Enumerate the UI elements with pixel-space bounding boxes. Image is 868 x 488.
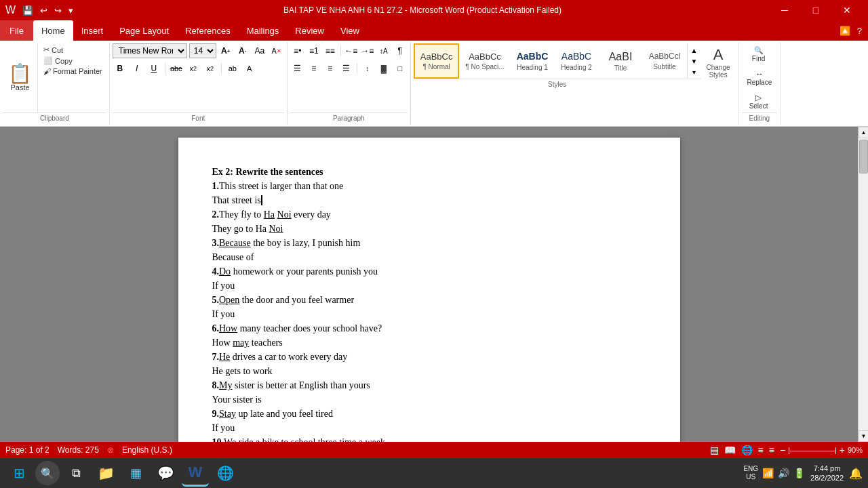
tab-home[interactable]: Home [33,20,73,41]
border-btn[interactable]: □ [393,61,408,76]
change-case-btn[interactable]: Aa [252,43,267,58]
paragraph-group: ≡• ≡1 ≡≡ ←≡ →≡ ↕A ¶ ☰ ≡ ≡ ☰ ↕ ▓ □ Paragr… [288,42,411,125]
line-spacing-btn[interactable]: ↕ [360,61,375,76]
ribbon-minimize-btn[interactable]: 🔼 [837,24,852,38]
increase-indent-btn[interactable]: →≡ [360,43,375,58]
taskview-button[interactable]: ⧉ [62,460,90,487]
sort-btn[interactable]: ↕A [376,43,391,58]
format-painter-icon: 🖌 [43,67,51,75]
full-reading-btn[interactable]: 📖 [724,445,736,455]
save-quick-btn[interactable]: 💾 [20,4,36,17]
restore-button[interactable]: □ [800,0,831,20]
chrome-button[interactable]: 🌐 [212,460,239,487]
outline-btn[interactable]: ≡ [758,445,764,455]
line-5b: If you [212,307,646,321]
line-4b: If you [212,279,646,293]
zoom-in-btn[interactable]: + [840,445,845,455]
style-heading2-btn[interactable]: AaBbC Heading 2 [555,43,599,79]
format-painter-button[interactable]: 🖌 Format Painter [41,66,105,76]
minimize-button[interactable]: ─ [769,0,800,20]
select-label: Select [749,102,768,110]
style-nospacing-btn[interactable]: AaBbCc ¶ No Spaci... [459,43,510,79]
text-highlight-btn[interactable]: ab [225,61,240,76]
tab-insert[interactable]: Insert [73,20,112,41]
search-button[interactable]: 🔍 [35,461,60,485]
styles-expand[interactable]: ▾ [689,66,700,77]
grow-font-btn[interactable]: A+ [218,43,233,58]
select-btn[interactable]: ▷ Select [742,90,776,113]
web-layout-btn[interactable]: 🌐 [741,445,753,455]
shrink-font-btn[interactable]: A- [235,43,250,58]
justify-btn[interactable]: ☰ [339,61,354,76]
file-menu[interactable]: File [0,20,33,41]
strikethrough-btn[interactable]: abc [169,61,184,76]
redo-quick-btn[interactable]: ↪ [52,4,64,17]
quick-access-toolbar: W 💾 ↩ ↪ ▾ [5,4,76,17]
bold-btn[interactable]: B [113,61,127,76]
styles-scroll-up[interactable]: ▲ [689,45,700,56]
print-layout-btn[interactable]: ▤ [710,445,719,455]
style-title-btn[interactable]: AaBI Title [599,43,643,79]
styles-group: AaBbCc ¶ Normal AaBbCc ¶ No Spaci... AaB… [411,42,739,125]
copy-button[interactable]: ⬜ Copy [41,56,105,66]
find-icon: 🔍 [754,46,764,55]
tab-view[interactable]: View [332,20,368,41]
menu-right-controls: 🔼 ? [837,24,868,38]
underline-btn[interactable]: U [146,61,161,76]
font-size-select[interactable]: 14 [189,43,216,58]
help-btn[interactable]: ? [855,24,864,38]
style-heading1-btn[interactable]: AaBbC Heading 1 [511,43,555,79]
shading-btn[interactable]: ▓ [376,61,391,76]
replace-btn[interactable]: ↔ Replace [742,66,778,89]
tab-page-layout[interactable]: Page Layout [111,20,177,41]
italic-btn[interactable]: I [130,61,144,76]
show-hide-btn[interactable]: ¶ [393,43,408,58]
zoom-out-btn[interactable]: − [780,445,785,455]
tab-mailings[interactable]: Mailings [239,20,288,41]
scroll-down-btn[interactable]: ▼ [859,430,868,442]
align-right-btn[interactable]: ≡ [323,61,338,76]
paste-button[interactable]: 📋 Paste [3,43,38,113]
line-8b: Your sister is [212,392,646,407]
subscript-btn[interactable]: x2 [186,61,201,76]
start-button[interactable]: ⊞ [5,460,33,487]
styles-scroll-down[interactable]: ▼ [689,56,700,66]
superscript-btn[interactable]: x2 [203,61,218,76]
numbering-btn[interactable]: ≡1 [307,43,321,58]
align-left-btn[interactable]: ☰ [290,61,305,76]
widgets-icon: ▦ [130,466,142,481]
center-btn[interactable]: ≡ [307,61,321,76]
tab-review[interactable]: Review [287,20,332,41]
error-icon: ⊗ [107,445,114,455]
cut-button[interactable]: ✂ Cut [41,45,105,55]
scroll-up-btn[interactable]: ▲ [859,127,868,138]
undo-quick-btn[interactable]: ↩ [37,4,50,17]
clock: 7:44 pm 28/2/2022 [810,464,844,483]
document-scroll[interactable]: Ex 2: Rewrite the sentences 1.This stree… [0,127,858,442]
nospacing-preview: AaBbCc [469,52,501,62]
find-btn[interactable]: 🔍 Find [742,43,776,65]
bullets-btn[interactable]: ≡• [290,43,305,58]
change-styles-btn[interactable]: A Change Styles [701,43,736,81]
widgets-button[interactable]: ▦ [122,460,149,487]
decrease-indent-btn[interactable]: ←≡ [344,43,359,58]
word-count: Words: 275 [58,445,99,455]
draft-btn[interactable]: ≡ [769,445,774,455]
customize-quick-btn[interactable]: ▾ [66,4,76,17]
style-normal-btn[interactable]: AaBbCc ¶ Normal [414,43,460,79]
word-taskbar-button[interactable]: W [182,460,209,487]
tab-references[interactable]: References [177,20,238,41]
font-color-btn[interactable]: A [242,61,257,76]
scroll-thumb[interactable] [859,140,868,174]
close-button[interactable]: ✕ [831,0,863,20]
subtitle-label: Subtitle [653,63,675,70]
style-subtitle-btn[interactable]: AaBbCcl Subtitle [643,43,687,79]
teams-button[interactable]: 💬 [152,460,179,487]
line-6b: How may teachers [212,336,646,350]
multilevel-btn[interactable]: ≡≡ [323,43,338,58]
editing-content: 🔍 Find ↔ Replace ▷ Select [742,43,778,113]
explorer-button[interactable]: 📁 [92,460,119,487]
separator-1 [165,63,165,74]
font-name-select[interactable]: Times New Roman [113,43,187,58]
clear-format-btn[interactable]: A✕ [269,43,284,58]
